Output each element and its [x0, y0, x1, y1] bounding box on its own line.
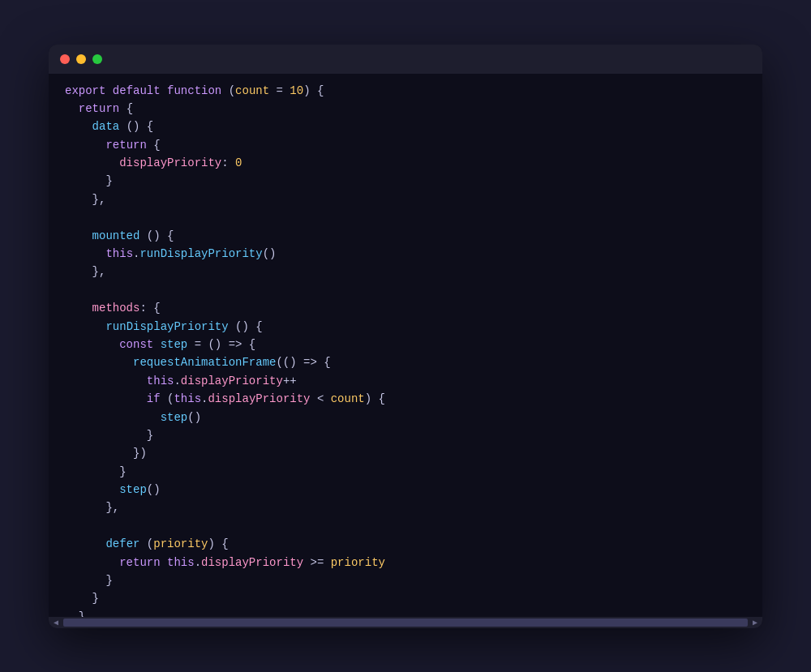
scroll-left-button[interactable]: ◀	[50, 617, 62, 628]
horizontal-scrollbar-thumb[interactable]	[63, 618, 748, 627]
code-content: export default function (count = 10) { r…	[49, 82, 762, 617]
maximize-button[interactable]	[92, 54, 102, 64]
minimize-button[interactable]	[76, 54, 86, 64]
horizontal-scrollbar[interactable]: ◀ ▶	[49, 617, 762, 628]
titlebar	[49, 45, 762, 74]
editor-container: export default function (count = 10) { r…	[49, 74, 762, 628]
code-editor-window: export default function (count = 10) { r…	[49, 45, 762, 628]
scroll-right-button[interactable]: ▶	[749, 617, 761, 628]
code-area[interactable]: export default function (count = 10) { r…	[49, 74, 762, 617]
close-button[interactable]	[60, 54, 70, 64]
